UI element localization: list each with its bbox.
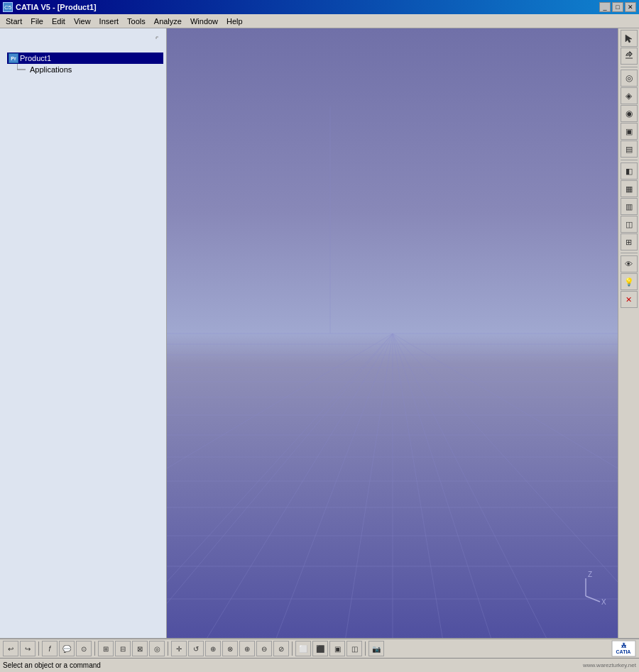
watermark-text: www.warezturkey.net xyxy=(583,662,636,668)
cut-icon: ✕ xyxy=(626,295,632,304)
menu-window[interactable]: Window xyxy=(186,16,222,27)
restore-button[interactable]: □ xyxy=(612,2,623,12)
snap-button[interactable]: ◎ xyxy=(149,641,165,656)
tool-parts-button[interactable]: ◈ xyxy=(621,87,638,104)
menu-help[interactable]: Help xyxy=(222,16,247,27)
zoom-out-icon: ⊖ xyxy=(261,645,267,653)
parts-icon: ◈ xyxy=(626,91,632,101)
link-icon: ⊙ xyxy=(81,645,87,653)
tool-11[interactable]: ◫ xyxy=(621,216,638,233)
tool-3d-button[interactable]: ◉ xyxy=(621,105,638,122)
redo-button[interactable]: ↪ xyxy=(20,641,36,656)
comment-button[interactable]: 💬 xyxy=(59,641,75,656)
normal-icon: ⊘ xyxy=(278,645,284,653)
toolbar-sep-2 xyxy=(621,160,638,160)
menu-insert[interactable]: Insert xyxy=(95,16,124,27)
lightbulb-icon: 💡 xyxy=(624,277,634,287)
part-button[interactable]: ⊠ xyxy=(132,641,148,656)
tool-cut-button[interactable]: ✕ xyxy=(621,291,638,308)
tool-7[interactable]: ▤ xyxy=(621,141,638,158)
tool-9[interactable]: ▦ xyxy=(621,180,638,197)
svg-rect-2 xyxy=(167,28,618,638)
tool-12[interactable]: ⊞ xyxy=(621,233,638,250)
grid2-icon: ⊟ xyxy=(120,645,126,653)
tool8-icon: ◧ xyxy=(626,167,633,176)
3d-viewport[interactable]: Z X xyxy=(167,28,618,638)
move-button[interactable]: ✛ xyxy=(171,641,187,656)
zoom-out-button[interactable]: ⊖ xyxy=(256,641,272,656)
normal-button[interactable]: ⊘ xyxy=(273,641,289,656)
zoom-in-icon: ⊕ xyxy=(244,645,250,653)
tool-10[interactable]: ▥ xyxy=(621,198,638,215)
app-icon: C5 xyxy=(3,2,13,12)
grid2-button[interactable]: ⊟ xyxy=(115,641,131,656)
dynamic-icon: ◫ xyxy=(351,645,358,653)
formula-icon: f xyxy=(49,645,51,653)
tree-connector-icon xyxy=(17,64,27,75)
tool9-icon: ▦ xyxy=(626,184,633,194)
shading-icon: ⬜ xyxy=(299,645,307,653)
select-tool-button[interactable] xyxy=(621,30,638,47)
tool-eye-button[interactable]: 👁 xyxy=(621,255,638,272)
rotate-icon xyxy=(624,51,634,61)
pan-icon: ⊕ xyxy=(210,645,216,653)
status-bar: Select an object or a command www.warezt… xyxy=(0,658,639,672)
formula-button[interactable]: f xyxy=(42,641,58,656)
product-icon: Pr xyxy=(9,53,18,63)
rotate3d-button[interactable]: ↺ xyxy=(188,641,204,656)
minimize-button[interactable]: _ xyxy=(599,2,611,12)
dynamic-button[interactable]: ◫ xyxy=(346,641,362,656)
menu-view[interactable]: View xyxy=(70,16,95,27)
comment-icon: 💬 xyxy=(62,645,71,653)
menu-analyze[interactable]: Analyze xyxy=(150,16,186,27)
pan-button[interactable]: ⊕ xyxy=(205,641,221,656)
menu-bar: Start File Edit View Insert Tools Analyz… xyxy=(0,14,639,28)
tree-root-product1[interactable]: Pr Product1 xyxy=(7,53,163,64)
model-tree: Pr Product1 Applications xyxy=(0,28,167,638)
shading-button[interactable]: ⬜ xyxy=(295,641,311,656)
menu-edit[interactable]: Edit xyxy=(48,16,70,27)
grid-icon: ⊞ xyxy=(103,645,109,653)
zoom-fit-button[interactable]: ⊗ xyxy=(222,641,238,656)
menu-start[interactable]: Start xyxy=(1,16,26,27)
cursor-icon xyxy=(624,33,634,43)
wireframe-icon: ⬛ xyxy=(316,645,324,653)
menu-tools[interactable]: Tools xyxy=(123,16,150,27)
menu-file[interactable]: File xyxy=(26,16,48,27)
svg-text:CATIA: CATIA xyxy=(616,649,631,654)
applications-label: Applications xyxy=(30,65,72,74)
tool-light-button[interactable]: 💡 xyxy=(621,273,638,290)
tool7-icon: ▤ xyxy=(626,145,633,154)
eye-icon: 👁 xyxy=(625,260,633,268)
tree-item-applications[interactable]: Applications xyxy=(28,65,73,75)
wireframe-button[interactable]: ⬛ xyxy=(312,641,328,656)
move-icon: ✛ xyxy=(176,645,182,653)
svg-text:Z: Z xyxy=(588,571,592,578)
svg-text:X: X xyxy=(601,598,606,606)
tool-6[interactable]: ▣ xyxy=(621,123,638,140)
right-toolbar: ◎ ◈ ◉ ▣ ▤ ◧ ▦ ▥ ◫ ⊞ 👁 xyxy=(618,28,639,638)
tool10-icon: ▥ xyxy=(626,202,633,211)
window-controls: _ □ ✕ xyxy=(599,2,636,12)
redo-icon: ↪ xyxy=(25,645,31,653)
tool-8[interactable]: ◧ xyxy=(621,163,638,180)
bottom-sep-1 xyxy=(38,641,39,656)
rotate-button[interactable] xyxy=(621,48,638,65)
hidden-button[interactable]: ▣ xyxy=(329,641,345,656)
close-button[interactable]: ✕ xyxy=(625,2,636,12)
svg-text:⁂: ⁂ xyxy=(621,642,627,649)
part-icon: ⊠ xyxy=(137,645,143,653)
product1-label: Product1 xyxy=(20,54,51,62)
3d-icon: ◉ xyxy=(626,109,633,119)
undo-button[interactable]: ↩ xyxy=(3,641,18,656)
svg-marker-34 xyxy=(626,35,632,43)
toolbar-sep-1 xyxy=(621,67,638,67)
zoom-in-button[interactable]: ⊕ xyxy=(239,641,255,656)
camera-icon: 📷 xyxy=(372,645,381,653)
snap-icon: ◎ xyxy=(154,645,160,653)
link-button[interactable]: ⊙ xyxy=(76,641,92,656)
tool-catalog-button[interactable]: ◎ xyxy=(621,70,638,87)
tree-child-applications: Applications xyxy=(17,64,163,75)
snapshot-button[interactable]: 📷 xyxy=(368,641,384,656)
grid-button[interactable]: ⊞ xyxy=(98,641,114,656)
